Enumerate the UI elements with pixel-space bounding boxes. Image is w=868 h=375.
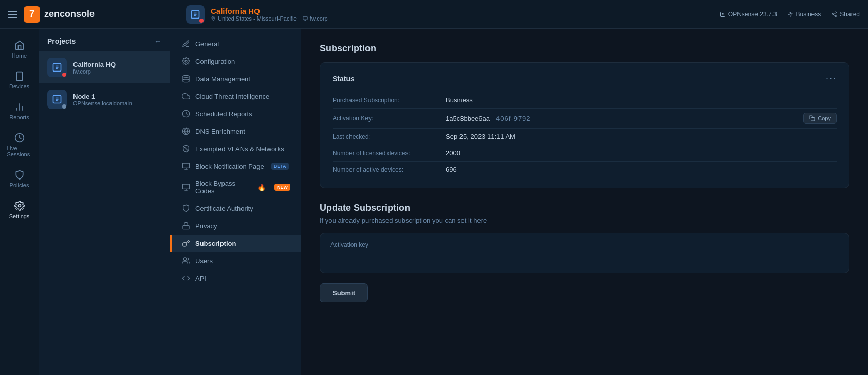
project-meta: United States - Missouri-Pacific fw.corp — [211, 15, 328, 22]
projects-title: Projects — [47, 37, 76, 45]
info-row-last-checked: Last checked: Sep 25, 2023 11:11 AM — [333, 129, 837, 145]
project-avatar-node1 — [47, 90, 67, 109]
sidebar-item-policies[interactable]: Policies — [3, 165, 36, 193]
nav-label-certificate-authority: Certificate Authority — [195, 205, 253, 212]
logo-text: zenconsole — [44, 9, 95, 20]
info-row-purchased: Purchased Subscription: Business — [333, 92, 837, 109]
nav-item-configuration[interactable]: Configuration — [170, 52, 301, 70]
sidebar-label-settings: Settings — [9, 213, 30, 219]
value-active-devices: 696 — [446, 166, 837, 173]
sidebar-label-live-sessions: Live Sessions — [7, 145, 32, 157]
nav-item-privacy[interactable]: Privacy — [170, 217, 301, 235]
copy-key-button[interactable]: Copy — [803, 113, 837, 124]
flame-icon-new: 🔥 — [257, 184, 266, 191]
svg-rect-22 — [182, 163, 189, 168]
logo-area: 7 zenconsole — [24, 6, 95, 23]
settings-nav: General Configuration Data Management Cl… — [170, 29, 301, 375]
projects-header: Projects ← — [39, 29, 170, 51]
nav-item-data-management[interactable]: Data Management — [170, 70, 301, 87]
nav-label-general: General — [195, 40, 219, 48]
sidebar-item-devices[interactable]: Devices — [3, 66, 36, 95]
label-activation-key: Activation Key: — [333, 115, 446, 122]
project-info-node1: Node 1 OPNsense.localdomain — [73, 93, 132, 106]
nav-item-block-bypass[interactable]: Block Bypass Codes 🔥 NEW — [170, 175, 301, 200]
main-layout: Home Devices Reports Live Sessions Polic… — [0, 29, 868, 375]
status-dot-gray — [62, 104, 66, 109]
svg-rect-7 — [16, 72, 23, 81]
nav-item-general[interactable]: General — [170, 35, 301, 52]
nav-item-subscription[interactable]: Subscription — [170, 235, 301, 252]
nav-item-scheduled-reports[interactable]: Scheduled Reports — [170, 105, 301, 122]
label-active-devices: Number of active devices: — [333, 166, 446, 173]
update-subscription-title: Update Subscription — [320, 203, 849, 213]
project-name-california: California HQ — [73, 61, 116, 68]
nav-item-block-notification[interactable]: Block Notification Page BETA — [170, 157, 301, 175]
nav-label-scheduled-reports: Scheduled Reports — [195, 110, 252, 118]
key-part2: 406f-9792 — [496, 115, 531, 122]
nav-item-api[interactable]: API — [170, 270, 301, 287]
content-area: Subscription Status ··· Purchased Subscr… — [301, 29, 868, 375]
value-last-checked: Sep 25, 2023 11:11 AM — [446, 133, 837, 140]
info-row-activation-key: Activation Key: 1a5c3bbee6aa 406f-9792 C… — [333, 109, 837, 129]
activation-key-label: Activation key — [330, 241, 839, 248]
nav-item-dns-enrichment[interactable]: DNS Enrichment — [170, 122, 301, 140]
sidebar-item-home[interactable]: Home — [3, 35, 36, 64]
activation-key-input[interactable] — [330, 253, 839, 264]
topbar-center: California HQ United States - Missouri-P… — [186, 5, 711, 24]
topbar-left: 7 zenconsole — [8, 6, 178, 23]
sidebar-item-settings[interactable]: Settings — [3, 195, 36, 224]
project-name: California HQ — [211, 7, 328, 15]
project-info-california: California HQ fw.corp — [73, 61, 116, 75]
badge-new: NEW — [274, 184, 290, 191]
svg-point-6 — [835, 15, 837, 17]
nav-item-certificate-authority[interactable]: Certificate Authority — [170, 200, 301, 217]
status-card: Status ··· Purchased Subscription: Busin… — [320, 62, 849, 188]
project-domain-node1: OPNsense.localdomain — [73, 100, 132, 106]
submit-button[interactable]: Submit — [320, 283, 368, 302]
info-row-active-devices: Number of active devices: 696 — [333, 162, 837, 177]
sidebar-item-live-sessions[interactable]: Live Sessions — [3, 128, 36, 163]
hamburger-menu[interactable] — [8, 11, 17, 18]
logo-icon: 7 — [24, 6, 40, 23]
nav-label-data-management: Data Management — [195, 75, 250, 83]
svg-point-17 — [183, 75, 189, 77]
project-item-california[interactable]: California HQ fw.corp — [39, 51, 170, 83]
nav-item-users[interactable]: Users — [170, 252, 301, 270]
value-activation-key: 1a5c3bbee6aa 406f-9792 Copy — [446, 113, 837, 124]
projects-back-button[interactable]: ← — [154, 37, 161, 45]
project-title-area: California HQ United States - Missouri-P… — [211, 7, 328, 22]
nav-label-cloud-threat: Cloud Threat Intelligence — [195, 93, 269, 100]
icon-sidebar: Home Devices Reports Live Sessions Polic… — [0, 29, 39, 375]
topbar: 7 zenconsole California HQ United States… — [0, 0, 868, 29]
project-avatar-california — [47, 58, 67, 77]
nav-item-exempted-vlans[interactable]: Exempted VLANs & Networks — [170, 140, 301, 157]
nav-label-subscription: Subscription — [195, 240, 236, 247]
svg-rect-2 — [303, 16, 307, 20]
project-domain: fw.corp — [303, 15, 328, 22]
label-licensed-devices: Number of licensed devices: — [333, 150, 446, 157]
nav-label-block-notification: Block Notification Page — [195, 163, 264, 170]
nav-label-dns-enrichment: DNS Enrichment — [195, 128, 245, 135]
subscription-title: Subscription — [320, 43, 849, 54]
svg-rect-26 — [811, 118, 815, 121]
project-item-node1[interactable]: Node 1 OPNsense.localdomain — [39, 83, 170, 115]
svg-rect-23 — [182, 184, 189, 189]
status-card-title: Status — [333, 75, 355, 83]
svg-point-13 — [18, 205, 21, 207]
projects-panel: Projects ← California HQ fw.corp Node 1 … — [39, 29, 170, 375]
sidebar-item-reports[interactable]: Reports — [3, 97, 36, 126]
activation-card: Activation key — [320, 233, 849, 273]
update-subscription-desc: If you already purchased subscription yo… — [320, 217, 849, 224]
topbar-right: OPNsense 23.7.3 Business Shared — [719, 11, 860, 18]
nav-label-users: Users — [195, 257, 213, 265]
status-card-menu-button[interactable]: ··· — [826, 73, 837, 84]
status-dot-red — [62, 73, 66, 77]
value-purchased: Business — [446, 96, 837, 104]
nav-label-privacy: Privacy — [195, 222, 217, 230]
svg-line-21 — [183, 146, 188, 151]
nav-label-block-bypass: Block Bypass Codes — [195, 180, 252, 195]
project-domain-california: fw.corp — [73, 68, 116, 75]
sidebar-label-reports: Reports — [9, 114, 29, 120]
project-version: OPNsense 23.7.3 — [719, 11, 777, 18]
nav-item-cloud-threat[interactable]: Cloud Threat Intelligence — [170, 87, 301, 105]
